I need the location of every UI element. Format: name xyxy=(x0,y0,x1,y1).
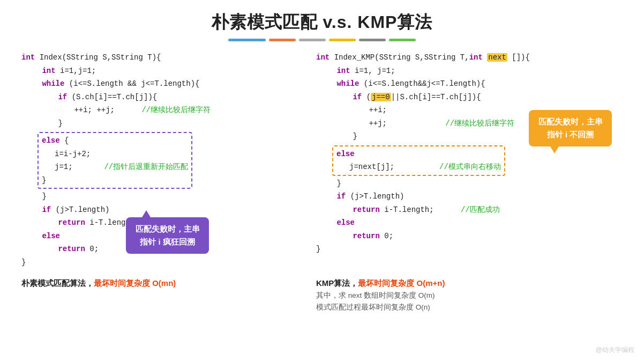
callout-left: 匹配失败时，主串指针 i 疯狂回溯 xyxy=(126,217,209,254)
color-seg-3 xyxy=(299,39,326,41)
code-line-l8: if (j>T.length) xyxy=(21,203,300,217)
main-title: 朴素模式匹配 v.s. KMP算法 xyxy=(21,11,623,34)
code-line-l1: int Index(SString S,SString T){ xyxy=(21,51,300,64)
code-line-r10: return i-T.length; //匹配成功 xyxy=(316,203,623,217)
else-inner-l2: j=1; //指针后退重新开始匹配 xyxy=(55,160,188,174)
watermark: @幼夫学编程 xyxy=(596,346,634,355)
code-line-r9: if (j>T.length) xyxy=(316,190,623,203)
color-seg-4 xyxy=(329,39,356,41)
else-inner-l1: i=i-j+2; xyxy=(55,148,188,161)
code-line-l2: int i=1,j=1; xyxy=(21,64,300,78)
bottom-right: KMP算法，最坏时间复杂度 O(m+n) 其中，求 next 数组时间复杂度 O… xyxy=(311,278,623,312)
color-seg-2 xyxy=(269,39,296,41)
color-seg-1 xyxy=(228,39,266,41)
callout-left-text: 匹配失败时，主串指针 i 疯狂回溯 xyxy=(133,223,201,248)
callout-right: 匹配失败时，主串指针 i 不回溯 xyxy=(529,110,612,146)
color-bar xyxy=(21,39,623,41)
code-line-l3: while (i<=S.length && j<=T.length){ xyxy=(21,77,300,91)
next-highlight: next xyxy=(487,53,507,62)
left-col: int Index(SString S,SString T){ int i=1,… xyxy=(21,51,311,269)
bottom-left-label: 朴素模式匹配算法，最坏时间复杂度 O(mn) xyxy=(21,278,300,289)
callout-right-text: 匹配失败时，主串指针 i 不回溯 xyxy=(536,115,604,141)
page-container: 朴素模式匹配 v.s. KMP算法 int Index(SString S,SS… xyxy=(0,0,644,360)
code-type-l1: int xyxy=(21,53,35,62)
title-section: 朴素模式匹配 v.s. KMP算法 xyxy=(21,11,623,34)
code-line-r3: while (i<=S.length&&j<=T.length){ xyxy=(316,77,623,91)
code-line-r1: int Index_KMP(SString S,SString T,int ne… xyxy=(316,51,623,64)
j0-highlight: j==0 xyxy=(371,93,391,101)
bottom-right-sub1: 其中，求 next 数组时间复杂度 O(m) xyxy=(316,291,623,300)
else-kw-right: else xyxy=(336,148,501,161)
code-line-l7: } xyxy=(21,190,300,203)
color-seg-6 xyxy=(389,39,416,41)
code-line-l4: if (S.ch[i]==T.ch[j]){ xyxy=(21,91,300,104)
bottom-right-label: KMP算法，最坏时间复杂度 O(m+n) xyxy=(316,278,623,289)
code-line-l-else: else { i=i-j+2; j=1; //指针后退重新开始匹配 } xyxy=(38,131,300,189)
right-col: int Index_KMP(SString S,SString T,int ne… xyxy=(311,51,623,256)
code-line-r-else: else j=next[j]; //模式串向右移动 xyxy=(332,144,623,176)
bottom-left: 朴素模式匹配算法，最坏时间复杂度 O(mn) xyxy=(21,278,311,312)
bottom-labels: 朴素模式匹配算法，最坏时间复杂度 O(mn) KMP算法，最坏时间复杂度 O(m… xyxy=(21,278,623,312)
code-line-r4: if (j==0||S.ch[i]==T.ch[j]){ xyxy=(316,91,623,104)
content-row: int Index(SString S,SString T){ int i=1,… xyxy=(21,51,623,269)
else-close-l: } xyxy=(42,174,188,187)
else-kw-left: else { xyxy=(42,134,188,148)
code-line-r8: } xyxy=(316,177,623,190)
code-line-l5: ++i; ++j; //继续比较后继字符 xyxy=(21,104,300,117)
color-seg-5 xyxy=(359,39,386,41)
else-box-left: else { i=i-j+2; j=1; //指针后退重新开始匹配 } xyxy=(38,132,192,189)
right-code-block: int Index_KMP(SString S,SString T,int ne… xyxy=(316,51,623,256)
code-line-l6: } xyxy=(21,117,300,130)
code-line-r2: int i=1, j=1; xyxy=(316,64,623,78)
code-line-l12: } xyxy=(21,256,300,269)
bottom-right-sub2: 模式匹配过程最坏时间复杂度 O(n) xyxy=(316,303,623,312)
code-line-r12: return 0; xyxy=(316,230,623,243)
else-inner-r1: j=next[j]; //模式串向右移动 xyxy=(349,160,501,174)
code-line-r13: } xyxy=(316,243,623,256)
code-line-r11: else xyxy=(316,216,623,230)
else-box-right: else j=next[j]; //模式串向右移动 xyxy=(332,145,505,176)
